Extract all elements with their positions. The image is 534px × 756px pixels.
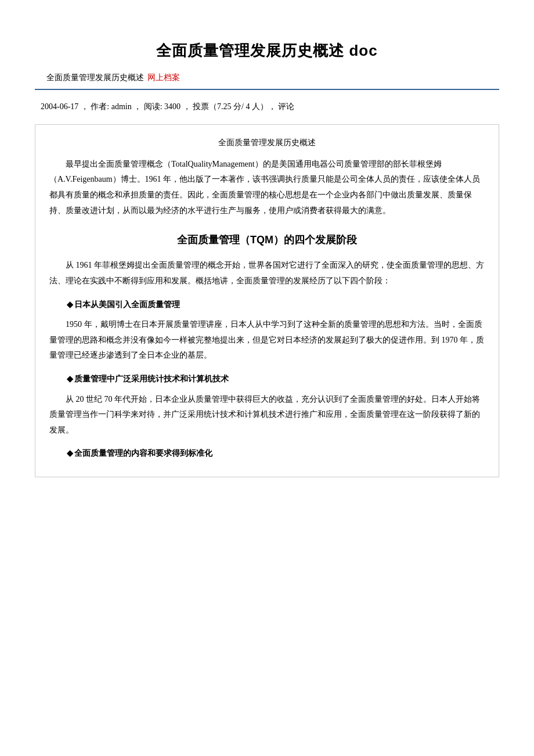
meta-info: 2004-06-17 ， 作者: admin ， 阅读: 3400 ， 投票（7… [35, 99, 499, 114]
section-divider [35, 89, 499, 90]
content-box: 全面质量管理发展历史概述 最早提出全面质量管理概念（TotalQualityMa… [35, 124, 499, 477]
subtitle-text: 全面质量管理发展历史概述 [46, 73, 144, 83]
intro-para1: 最早提出全面质量管理概念（TotalQualityManagement）的是美国… [49, 157, 485, 218]
section-para1: 从 1961 年菲根堡姆提出全面质量管理的概念开始，世界各国对它进行了全面深入的… [49, 258, 485, 289]
bullet1-para: 1950 年，戴明博士在日本开展质量管理讲座，日本人从中学习到了这种全新的质量管… [49, 317, 485, 363]
bullet2-para: 从 20 世纪 70 年代开始，日本企业从质量管理中获得巨大的收益，充分认识到了… [49, 392, 485, 438]
subtitle-link[interactable]: 网上档案 [147, 73, 180, 83]
bullet3-title: 全面质量管理的内容和要求得到标准化 [67, 446, 485, 462]
section-title: 全面质量管理（TQM）的四个发展阶段 [49, 230, 485, 250]
bullet1-title: 日本从美国引入全面质量管理 [67, 297, 485, 313]
subtitle-row: 全面质量管理发展历史概述 网上档案 [35, 73, 499, 83]
page-title: 全面质量管理发展历史概述 doc [35, 41, 499, 61]
intro-heading: 全面质量管理发展历史概述 [49, 135, 485, 151]
bullet2-title: 质量管理中广泛采用统计技术和计算机技术 [67, 372, 485, 387]
